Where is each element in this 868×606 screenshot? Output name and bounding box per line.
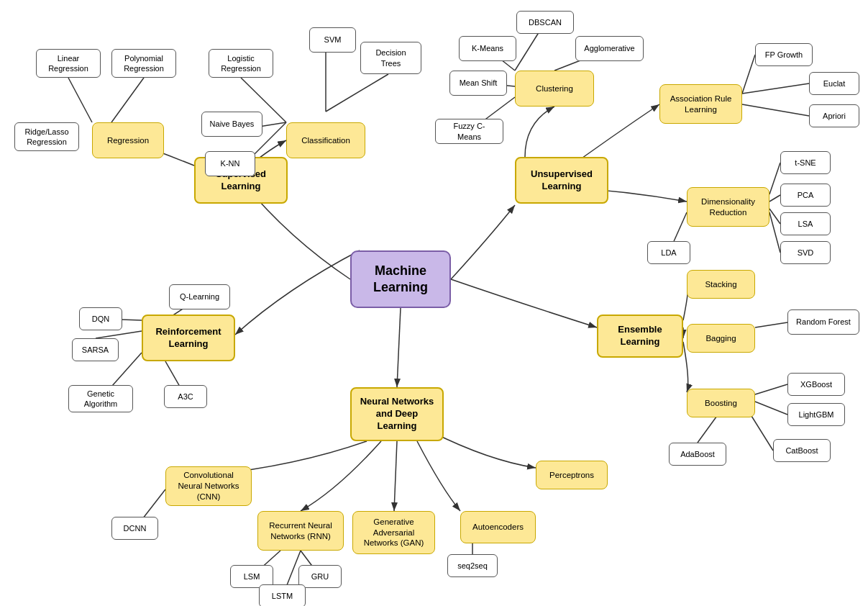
ridge-lasso-node: Ridge/Lasso Regression	[14, 122, 79, 151]
clustering-node: Clustering	[515, 71, 594, 107]
decision-trees-node: Decision Trees	[360, 42, 421, 74]
reinforcement-node: Reinforcement Learning	[142, 315, 235, 361]
svm-node: SVM	[309, 27, 356, 53]
tsne-node: t-SNE	[780, 151, 831, 174]
unsupervised-node: Unsupervised Learning	[515, 157, 608, 204]
svg-line-20	[769, 212, 780, 253]
dim-reduction-node: Dimensionality Reduction	[687, 187, 769, 227]
rnn-node: Recurrent Neural Networks (RNN)	[257, 511, 344, 551]
random-forest-node: Random Forest	[787, 309, 859, 335]
svg-line-22	[755, 322, 787, 327]
lsa-node: LSA	[780, 212, 831, 235]
svg-line-29	[96, 331, 142, 338]
svg-line-17	[769, 163, 780, 194]
sarsa-node: SARSA	[72, 338, 119, 361]
autoencoders-node: Autoencoders	[460, 511, 536, 543]
dqn-node: DQN	[79, 307, 122, 330]
kmeans-node: K-Means	[459, 36, 516, 61]
knn-node: K-NN	[205, 151, 255, 176]
svg-line-15	[742, 83, 809, 94]
stacking-node: Stacking	[687, 270, 755, 299]
classification-node: Classification	[286, 122, 365, 158]
q-learning-node: Q-Learning	[169, 284, 230, 309]
logistic-node: Logistic Regression	[209, 49, 273, 78]
poly-reg-node: Polynomial Regression	[111, 49, 176, 78]
ensemble-node: Ensemble Learning	[597, 315, 683, 358]
lda-node: LDA	[647, 241, 690, 264]
neural-networks-node: Neural Networks and Deep Learning	[350, 387, 444, 441]
mind-map-canvas: Machine LearningSupervised LearningUnsup…	[0, 0, 868, 606]
dcnn-node: DCNN	[111, 517, 158, 540]
linear-reg-node: Linear Regression	[36, 49, 101, 78]
svg-line-2	[111, 78, 144, 122]
mean-shift-node: Mean Shift	[449, 71, 507, 96]
svg-line-14	[742, 55, 755, 94]
pca-node: PCA	[780, 184, 831, 207]
boosting-node: Boosting	[687, 389, 755, 417]
svg-line-8	[326, 74, 388, 112]
genetic-node: Genetic Algorithm	[68, 385, 133, 412]
dbscan-node: DBSCAN	[516, 11, 574, 34]
svd-node: SVD	[780, 241, 831, 264]
fuzzy-node: Fuzzy C-Means	[435, 119, 503, 144]
seq2seq-node: seq2seq	[447, 554, 498, 577]
gan-node: Generative Adversarial Networks (GAN)	[352, 511, 435, 554]
euclat-node: Euclat	[809, 72, 859, 95]
a3c-node: A3C	[164, 385, 207, 408]
svg-line-23	[755, 384, 787, 394]
catboost-node: CatBoost	[773, 439, 831, 462]
agglomerative-node: Agglomerative	[575, 36, 644, 61]
assoc-rule-node: Association Rule Learning	[659, 84, 742, 124]
xgboost-node: XGBoost	[787, 373, 845, 396]
gru-node: GRU	[298, 565, 342, 588]
lightgbm-node: LightGBM	[787, 403, 845, 426]
apriori-node: Apriori	[809, 104, 859, 127]
bagging-node: Bagging	[687, 324, 755, 353]
naive-bayes-node: Naive Bayes	[201, 112, 262, 137]
svg-line-18	[769, 195, 780, 202]
svg-line-16	[742, 104, 809, 116]
cnn-node: Convolutional Neural Networks (CNN)	[165, 466, 252, 506]
lstm-node: LSTM	[259, 584, 306, 606]
perceptrons-node: Perceptrons	[536, 461, 608, 489]
svg-line-1	[68, 78, 92, 122]
regression-node: Regression	[92, 122, 164, 158]
fp-growth-node: FP Growth	[755, 43, 813, 66]
svg-line-19	[769, 209, 780, 224]
machine-learning-node: Machine Learning	[350, 250, 451, 308]
svg-line-24	[755, 402, 787, 415]
adaboost-node: AdaBoost	[669, 443, 726, 466]
